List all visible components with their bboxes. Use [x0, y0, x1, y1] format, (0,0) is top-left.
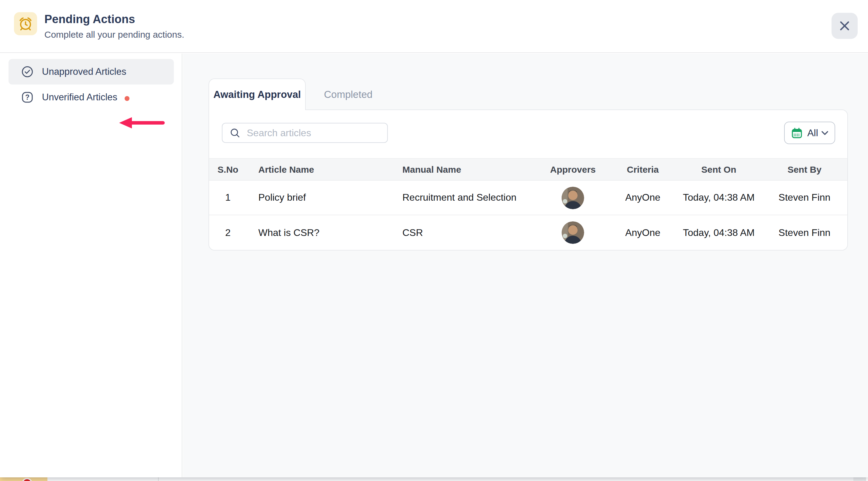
search-icon: [230, 128, 240, 138]
calendar-icon: [791, 127, 803, 139]
table-row[interactable]: 1 Policy brief Recruitment and Selection: [209, 181, 847, 215]
chevron-down-icon: [821, 130, 829, 135]
search-box: [222, 123, 388, 143]
main-content: Awaiting Approval Completed: [183, 54, 868, 477]
sidebar-item-unverified-articles[interactable]: ? Unverified Articles: [8, 85, 174, 110]
page-title: Pending Actions: [44, 12, 184, 27]
svg-text:?: ?: [25, 93, 29, 101]
column-header-sentby: Sent By: [763, 164, 846, 175]
tab-label: Awaiting Approval: [213, 89, 301, 100]
cell-sentby: Steven Finn: [763, 192, 846, 203]
cell-manual: Recruitment and Selection: [391, 192, 535, 203]
alarm-clock-icon: [14, 12, 37, 35]
pending-actions-screen: Pending Actions Complete all your pendin…: [0, 0, 868, 481]
modal-header: Pending Actions Complete all your pendin…: [0, 0, 868, 53]
close-icon: [838, 20, 851, 32]
cell-approvers: [535, 186, 611, 209]
cell-senton: Today, 04:38 AM: [675, 192, 763, 203]
modal-body: Unapproved Articles ? Unverified Article…: [0, 54, 868, 477]
column-header-manual: Manual Name: [391, 164, 535, 175]
close-button[interactable]: [832, 13, 858, 39]
approver-avatar: [562, 186, 584, 209]
approver-avatar: [562, 221, 584, 244]
cell-criteria: AnyOne: [611, 192, 675, 203]
underlying-page-strip: [0, 477, 868, 481]
date-filter-value: All: [807, 127, 818, 138]
tab-label: Completed: [324, 88, 373, 100]
column-header-article: Article Name: [247, 164, 391, 175]
cell-senton: Today, 04:38 AM: [675, 227, 763, 238]
column-header-senton: Sent On: [675, 164, 763, 175]
tab-bar: Awaiting Approval Completed: [209, 79, 373, 110]
column-header-criteria: Criteria: [611, 164, 675, 175]
table-row[interactable]: 2 What is CSR? CSR: [209, 215, 847, 250]
sidebar: Unapproved Articles ? Unverified Article…: [0, 54, 182, 477]
pending-actions-modal: Pending Actions Complete all your pendin…: [0, 0, 868, 477]
help-square-icon: ?: [21, 91, 34, 104]
cell-approvers: [535, 221, 611, 244]
underlying-box-fragment: [854, 477, 865, 481]
page-subtitle: Complete all your pending actions.: [44, 29, 184, 40]
underlying-divider: [158, 477, 159, 481]
underlying-divider: [865, 477, 866, 481]
cell-sentby: Steven Finn: [763, 227, 846, 238]
cell-sno: 2: [209, 227, 247, 238]
notification-dot: [125, 96, 129, 101]
column-header-approvers: Approvers: [535, 164, 611, 175]
table-header-row: S.No Article Name Manual Name Approvers …: [209, 158, 847, 181]
sidebar-item-label: Unverified Articles: [42, 92, 117, 103]
cell-article: What is CSR?: [247, 227, 391, 238]
cell-article: Policy brief: [247, 192, 391, 203]
cell-sno: 1: [209, 192, 247, 203]
date-filter-dropdown[interactable]: All: [784, 122, 835, 144]
cell-manual: CSR: [391, 227, 535, 238]
annotation-arrow-icon: [119, 117, 165, 129]
cell-criteria: AnyOne: [611, 227, 675, 238]
column-header-sno: S.No: [209, 164, 247, 175]
check-circle-icon: [21, 65, 34, 79]
awaiting-approval-panel: All S.No Article Name Manual Name Approv…: [209, 110, 848, 250]
tab-completed[interactable]: Completed: [306, 79, 373, 110]
tab-awaiting-approval[interactable]: Awaiting Approval: [209, 79, 306, 110]
search-input[interactable]: [246, 127, 376, 139]
sidebar-item-unapproved-articles[interactable]: Unapproved Articles: [8, 59, 174, 85]
modal-header-text: Pending Actions Complete all your pendin…: [44, 12, 184, 40]
sidebar-item-label: Unapproved Articles: [42, 66, 126, 77]
